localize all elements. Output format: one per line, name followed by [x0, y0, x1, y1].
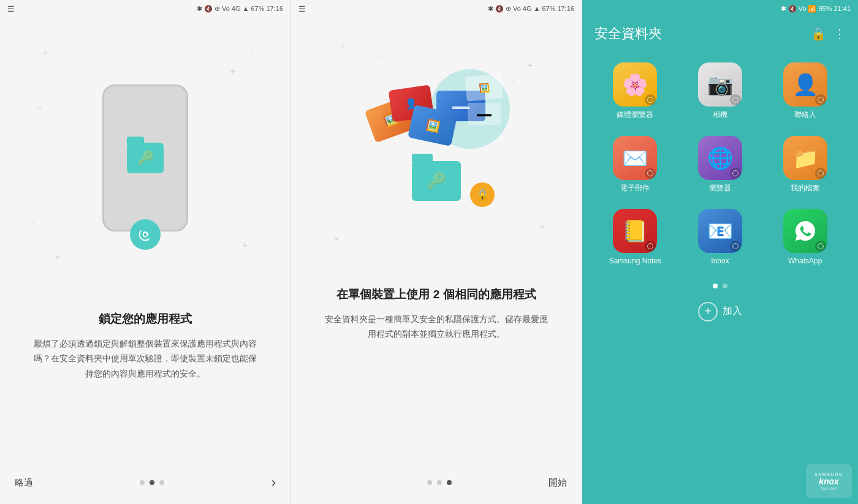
sound-icon3: 🔇 [788, 5, 797, 13]
app-label-browser: 瀏覽器 [709, 184, 731, 194]
add-label: 加入 [723, 305, 742, 318]
app-badge-contacts [815, 94, 826, 105]
app-item-notes[interactable]: 📒 Samsung Notes [594, 203, 676, 273]
deco-circle4: ○ [251, 48, 254, 54]
panel1-content: + + ○ + × ○ ○ ○ 🔑 [0, 17, 290, 461]
secure-folder-icon: 🔑 [127, 143, 164, 173]
samsung-text: SAMSUNG [814, 472, 843, 476]
app-item-contacts[interactable]: 👤 聯絡人 [764, 56, 846, 126]
panel-1: ☰ ✱ 🔇 ⊕ Vo 4G ▲ 67% 17:16 + + ○ + × ○ ○ … [0, 0, 290, 504]
panel2-bottom-nav: 開始 [291, 461, 582, 504]
app-item-email[interactable]: ✉️ 電子郵件 [594, 130, 676, 200]
folder2-icon: 🔑 [412, 161, 461, 201]
app-label-email: 電子郵件 [620, 184, 650, 194]
dot2-1 [427, 480, 432, 485]
bluetooth-icon2: ✱ [488, 5, 493, 13]
panel2-body: 安全資料夾是一種簡單又安全的私隱保護方式。儲存最愛應用程式的副本並獨立執行應用程… [322, 312, 551, 342]
app-icon-wrapper-browser: 🌐 [698, 136, 742, 180]
panel1-text: 鎖定您的應用程式 厭煩了必須透過鎖定與解鎖整個裝置來保護應用程式與內容嗎？在安全… [18, 287, 272, 388]
deco-cross2: + [230, 66, 235, 76]
app-icon-wrapper-notes: 📒 [613, 209, 657, 253]
add-button[interactable]: + 加入 [582, 296, 858, 328]
next-button[interactable]: › [271, 475, 276, 491]
app-badge-media [645, 94, 656, 105]
lock-header-icon[interactable]: 🔒 [811, 26, 826, 41]
battery-level: 67% [251, 5, 264, 12]
app-badge-inbox [730, 241, 741, 252]
app-icon-wrapper-contacts: 👤 [783, 62, 827, 107]
knox-badge: SAMSUNG knox Secured [806, 464, 852, 498]
time-display3: 21:41 [833, 5, 851, 12]
app-item-myfiles[interactable]: 📁 我的檔案 [764, 130, 846, 200]
app-badge-notes [645, 241, 656, 252]
add-circle-icon: + [698, 302, 718, 322]
knox-text: knox [819, 476, 839, 486]
app-item-inbox[interactable]: 📧 Inbox [680, 203, 761, 273]
secure-folder-header: 安全資料夾 🔒 ⋮ [582, 17, 858, 53]
app-label-media: 媒體瀏覽器 [617, 110, 653, 120]
start-button[interactable]: 開始 [549, 477, 567, 489]
signal-bars: ▲ [243, 5, 249, 12]
app-badge-myfiles [815, 168, 826, 179]
status-bar-1: ☰ ✱ 🔇 ⊕ Vo 4G ▲ 67% 17:16 [0, 0, 290, 17]
app-label-notes: Samsung Notes [609, 257, 661, 266]
clock-icon: ⊕ [214, 5, 220, 13]
app-badge-browser [730, 168, 741, 179]
network-indicator: Vo 4G [222, 5, 241, 12]
deco-cross1: + [43, 48, 48, 58]
panel1-illustration: + + ○ + × ○ ○ ○ 🔑 [18, 29, 272, 287]
panel1-title: 鎖定您的應用程式 [31, 311, 260, 327]
lock-icon: 🔑 [137, 150, 154, 166]
dot-indicator-1 [140, 480, 164, 485]
deco-cross4: × [55, 252, 60, 262]
secure-folder-title: 安全資料夾 [594, 24, 662, 43]
bluetooth-icon3: ✱ [781, 5, 786, 13]
wifi-icon3: 📶 [808, 5, 816, 13]
app-item-camera[interactable]: 📷 相機 [680, 56, 761, 126]
app-badge-whatsapp [815, 241, 826, 252]
app-badge-camera [730, 94, 741, 105]
app-icon-wrapper-email: ✉️ [613, 136, 657, 180]
dot-2 [150, 480, 154, 485]
app-label-whatsapp: WhatsApp [788, 257, 822, 266]
deco-circle1: ○ [37, 103, 42, 113]
app-icon-wrapper-camera: 📷 [698, 62, 742, 107]
time-display2: 17:16 [557, 5, 574, 12]
app-item-whatsapp[interactable]: WhatsApp [764, 203, 846, 273]
header-actions: 🔒 ⋮ [811, 26, 846, 41]
app-icon-wrapper-myfiles: 📁 [783, 136, 827, 180]
panel1-bottom-nav: 略過 › [0, 461, 290, 504]
panel2-content: + + + × ○ ○ 🖼️ 👤 🖼️ [291, 17, 582, 461]
deco2-cross1: + [340, 42, 345, 51]
status-bar-3: ✱ 🔇 Vo 📶 95% 21:41 [582, 0, 858, 17]
app-icon-wrapper-inbox: 📧 [698, 209, 742, 253]
dot-3 [159, 480, 164, 485]
app-item-browser[interactable]: 🌐 瀏覽器 [680, 130, 761, 200]
battery-level3: 95% [818, 5, 832, 12]
app-icon-wrapper-whatsapp [783, 209, 827, 253]
time-display: 17:16 [266, 5, 283, 12]
dot-indicator-2 [427, 480, 452, 485]
skip-button[interactable]: 略過 [15, 477, 33, 489]
network-indicator2: Vo 4G [513, 5, 532, 12]
app-label-myfiles: 我的檔案 [791, 184, 820, 194]
deco-cross3: + [243, 240, 248, 250]
dot2-2 [437, 480, 442, 485]
app-label-inbox: Inbox [711, 257, 729, 266]
menu-header-icon[interactable]: ⋮ [833, 26, 846, 41]
panel1-body: 厭煩了必須透過鎖定與解鎖整個裝置來保護應用程式與內容嗎？在安全資料夾中使用單次驗… [31, 337, 260, 382]
dot2-3 [447, 480, 452, 485]
status-icon-left: ☰ [7, 4, 15, 13]
panel2-title: 在單個裝置上使用 2 個相同的應用程式 [322, 287, 551, 303]
page-dot-1 [713, 284, 718, 288]
status-bar-2: ☰ ✱ 🔇 ⊕ Vo 4G ▲ 67% 17:16 [291, 0, 582, 17]
signal-icon3: Vo [799, 5, 807, 12]
page-indicator [582, 276, 858, 296]
app-grid: 🌸 媒體瀏覽器 📷 相機 👤 聯絡人 ✉️ 電子郵件 [582, 53, 858, 276]
app-item-media[interactable]: 🌸 媒體瀏覽器 [594, 56, 676, 126]
panel-3: ✱ 🔇 Vo 📶 95% 21:41 安全資料夾 🔒 ⋮ 🌸 媒體瀏覽器 📷 [582, 0, 858, 504]
bluetooth-icon: ✱ [197, 5, 202, 13]
panel2-text: 在單個裝置上使用 2 個相同的應用程式 安全資料夾是一種簡單又安全的私隱保護方式… [309, 262, 563, 348]
dot-1 [140, 480, 145, 485]
sound-icon2: 🔇 [495, 5, 504, 13]
